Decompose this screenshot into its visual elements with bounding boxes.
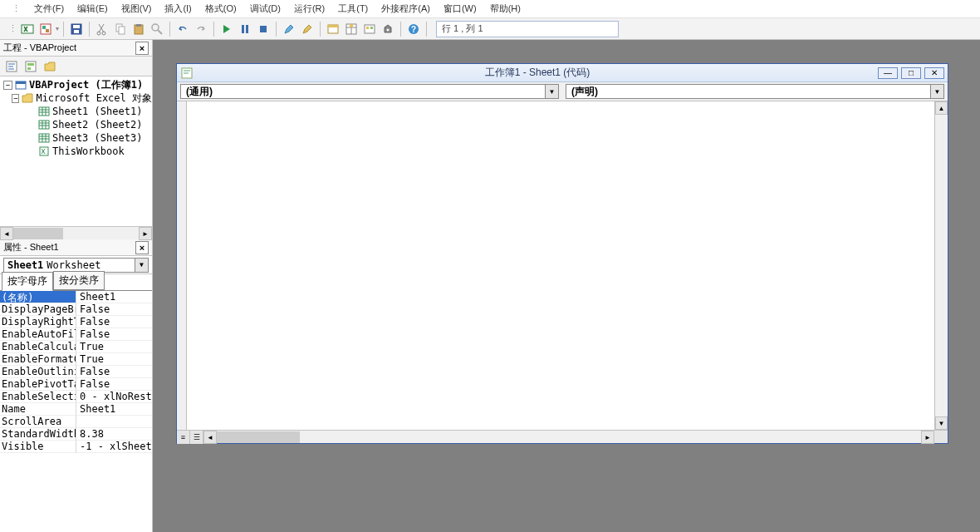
save-icon[interactable] <box>68 21 85 37</box>
property-value[interactable]: Sheet1 <box>76 403 152 416</box>
chevron-down-icon[interactable]: ▼ <box>545 85 558 98</box>
menu-run[interactable]: 运行(R) <box>294 2 325 15</box>
code-hscroll[interactable]: ◄ ► <box>203 431 934 443</box>
property-row[interactable]: StandardWidth8.38 <box>0 428 152 441</box>
toggle-folders-icon[interactable] <box>42 58 58 75</box>
menu-window[interactable]: 窗口(W) <box>443 2 477 15</box>
code-vscroll[interactable]: ▲ ▼ <box>934 101 948 430</box>
scroll-right-icon[interactable]: ► <box>921 431 934 444</box>
menu-file[interactable]: 文件(F) <box>34 2 64 15</box>
project-panel-close-button[interactable]: × <box>135 42 149 55</box>
property-row[interactable]: Visible-1 - xlSheetVisible <box>0 441 152 453</box>
full-module-view-icon[interactable]: ☰ <box>190 431 203 444</box>
scroll-down-icon[interactable]: ▼ <box>935 416 948 430</box>
minimize-button[interactable]: — <box>878 67 898 79</box>
code-editor[interactable] <box>187 101 934 430</box>
property-value[interactable]: False <box>76 378 152 391</box>
property-value[interactable]: Sheet1 <box>76 291 152 303</box>
menu-view[interactable]: 视图(V) <box>121 2 152 15</box>
procedure-view-icon[interactable]: ≡ <box>177 431 190 444</box>
property-row[interactable]: DisplayRightToLeftFalse <box>0 316 152 328</box>
property-row[interactable]: EnableCalculationTrue <box>0 341 152 353</box>
tree-item-sheet3[interactable]: Sheet3 (Sheet3) <box>0 131 152 145</box>
tab-alphabetic[interactable]: 按字母序 <box>2 272 53 291</box>
property-name: (名称) <box>0 291 76 303</box>
property-value[interactable]: False <box>76 316 152 328</box>
design-mode-icon[interactable] <box>281 21 297 37</box>
scroll-up-icon[interactable]: ▲ <box>935 101 948 115</box>
chevron-down-icon[interactable]: ▼ <box>135 259 148 272</box>
object-browser-icon[interactable] <box>361 21 378 37</box>
property-row[interactable]: EnableFormatConditionsCalculationTrue <box>0 353 152 366</box>
expand-toggle-icon[interactable]: − <box>3 81 12 90</box>
menu-debug[interactable]: 调试(D) <box>250 2 281 15</box>
property-name: Visible <box>0 441 76 453</box>
scroll-left-icon[interactable]: ◄ <box>0 227 13 240</box>
toolbox-icon[interactable] <box>380 21 396 37</box>
design-mode-exit-icon[interactable] <box>299 21 316 37</box>
close-button[interactable]: ✕ <box>924 67 944 79</box>
property-value[interactable] <box>76 416 152 428</box>
property-value[interactable]: True <box>76 341 152 353</box>
copy-icon[interactable] <box>112 21 129 37</box>
menu-edit[interactable]: 编辑(E) <box>77 2 108 15</box>
property-row[interactable]: ScrollArea <box>0 416 152 428</box>
property-value[interactable]: True <box>76 353 152 366</box>
expand-toggle-icon[interactable]: − <box>12 94 19 103</box>
code-window[interactable]: 工作簿1 - Sheet1 (代码) — □ ✕ (通用) ▼ (声明) ▼ <box>176 63 948 444</box>
properties-grid[interactable]: (名称)Sheet1DisplayPageBreaksFalseDisplayR… <box>0 291 152 532</box>
cut-icon[interactable] <box>94 21 110 37</box>
property-row[interactable]: EnableSelection0 - xlNoRestrictions <box>0 391 152 403</box>
tree-item-thisworkbook[interactable]: ThisWorkbook <box>0 145 152 158</box>
undo-icon[interactable] <box>174 21 191 37</box>
help-icon[interactable]: ? <box>405 21 422 37</box>
properties-window-icon[interactable] <box>343 21 360 37</box>
chevron-down-icon[interactable]: ▼ <box>930 85 943 98</box>
menu-addins[interactable]: 外接程序(A) <box>381 2 430 15</box>
menu-help[interactable]: 帮助(H) <box>490 2 521 15</box>
view-object-icon[interactable] <box>22 58 39 75</box>
menu-tools[interactable]: 工具(T) <box>338 2 368 15</box>
scroll-thumb[interactable] <box>217 431 300 443</box>
scroll-left-icon[interactable]: ◄ <box>203 431 217 444</box>
view-code-icon[interactable] <box>3 58 20 75</box>
property-value[interactable]: False <box>76 303 152 316</box>
menu-format[interactable]: 格式(O) <box>205 2 237 15</box>
run-icon[interactable] <box>218 21 235 37</box>
code-window-titlebar[interactable]: 工作簿1 - Sheet1 (代码) — □ ✕ <box>177 64 948 82</box>
view-excel-icon[interactable] <box>19 21 36 37</box>
property-row[interactable]: DisplayPageBreaksFalse <box>0 303 152 316</box>
property-value[interactable]: 0 - xlNoRestrictions <box>76 391 152 403</box>
tree-item-sheet2[interactable]: Sheet2 (Sheet2) <box>0 118 152 131</box>
find-icon[interactable] <box>149 21 165 37</box>
property-row[interactable]: EnableAutoFilterFalse <box>0 328 152 341</box>
procedure-combo[interactable]: (声明) ▼ <box>566 84 944 99</box>
project-hscroll[interactable]: ◄ ► <box>0 226 152 239</box>
scroll-right-icon[interactable]: ► <box>139 227 152 240</box>
property-row[interactable]: NameSheet1 <box>0 403 152 416</box>
property-row[interactable]: EnablePivotTableFalse <box>0 378 152 391</box>
menu-insert[interactable]: 插入(I) <box>164 2 191 15</box>
property-value[interactable]: False <box>76 328 152 341</box>
properties-panel-close-button[interactable]: × <box>135 241 149 254</box>
maximize-button[interactable]: □ <box>901 67 921 79</box>
property-value[interactable]: False <box>76 366 152 378</box>
vba-project-icon <box>15 79 27 91</box>
tree-root[interactable]: − VBAProject (工作簿1) <box>0 78 152 91</box>
break-icon[interactable] <box>237 21 253 37</box>
project-tree[interactable]: − VBAProject (工作簿1) − Microsoft Excel 对象… <box>0 76 152 226</box>
project-explorer-icon[interactable] <box>325 21 341 37</box>
paste-icon[interactable] <box>130 21 147 37</box>
property-row[interactable]: EnableOutliningFalse <box>0 366 152 378</box>
tab-categorized[interactable]: 按分类序 <box>53 271 105 290</box>
property-value[interactable]: -1 - xlSheetVisible <box>76 441 152 453</box>
redo-icon[interactable] <box>193 21 209 37</box>
object-combo[interactable]: (通用) ▼ <box>180 84 559 99</box>
scroll-thumb[interactable] <box>13 228 63 239</box>
property-value[interactable]: 8.38 <box>76 428 152 441</box>
property-row[interactable]: (名称)Sheet1 <box>0 291 152 303</box>
tree-item-sheet1[interactable]: Sheet1 (Sheet1) <box>0 105 152 118</box>
reset-icon[interactable] <box>255 21 272 37</box>
insert-object-icon[interactable] <box>37 21 54 37</box>
tree-folder[interactable]: − Microsoft Excel 对象 <box>0 91 152 105</box>
